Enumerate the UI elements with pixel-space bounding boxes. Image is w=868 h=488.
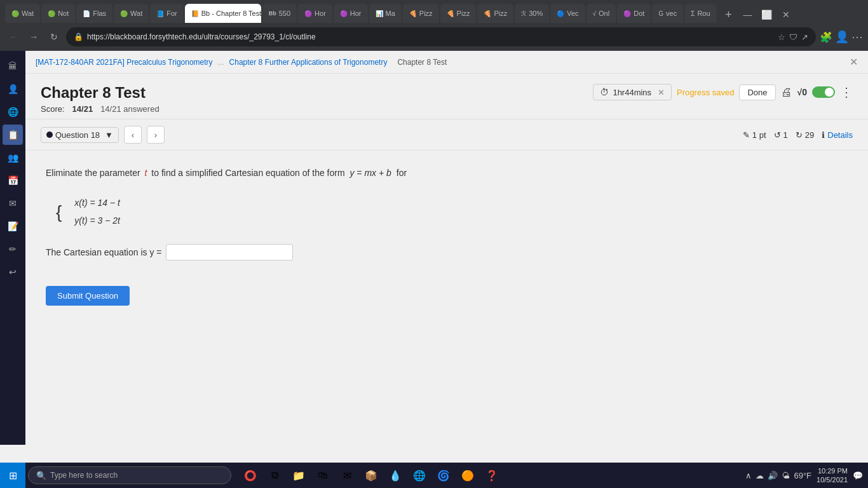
param-system-wrapper: { x(t) = 14 − t y(t) = 3 − 2t xyxy=(56,190,848,233)
sidebar-icon-back[interactable]: ↩ xyxy=(3,262,23,282)
submit-question-button[interactable]: Submit Question xyxy=(46,286,130,306)
sidebar-icon-notes[interactable]: 📝 xyxy=(3,216,23,236)
breadcrumb: [MAT-172-840AR 2021FA] Precalculus Trigo… xyxy=(25,51,868,74)
taskbar-explorer[interactable]: 📁 xyxy=(287,464,310,487)
close-window-button[interactable]: ✕ xyxy=(778,6,794,23)
attempts-left-value: 29 xyxy=(805,130,814,140)
shield-icon[interactable]: 🛡 xyxy=(789,32,797,42)
show-hidden-icon[interactable]: ∧ xyxy=(745,471,752,480)
star-icon[interactable]: ☆ xyxy=(778,32,785,42)
taskbar-office[interactable]: 🟠 xyxy=(456,464,479,487)
tab-30[interactable]: ℛ 30% xyxy=(515,4,549,23)
tab-dot[interactable]: 🟣 Dot xyxy=(617,4,651,23)
speaker-icon[interactable]: 🔊 xyxy=(768,471,778,480)
question-selector[interactable]: Question 18 ▼ xyxy=(41,127,119,143)
taskbar-search-text: Type here to search xyxy=(50,471,118,480)
tab-gvec[interactable]: G vec xyxy=(652,4,683,23)
taskbar-mail[interactable]: ✉ xyxy=(336,464,358,487)
network-icon[interactable]: ☁ xyxy=(756,471,764,480)
tab-bb-active[interactable]: 📙 Bb - Chapter 8 Test ✕ xyxy=(185,4,261,23)
question-dot xyxy=(46,132,53,138)
tab-hor1[interactable]: 🟣 Hor xyxy=(298,4,332,23)
done-button[interactable]: Done xyxy=(739,85,775,100)
equation-form: y = mx + b xyxy=(349,168,393,178)
tab-wat1[interactable]: 🟢 Wat xyxy=(5,4,40,23)
question-prompt: Eliminate the parameter t to find a simp… xyxy=(46,166,848,180)
clock-time: 10:29 PM xyxy=(817,466,848,475)
start-button[interactable]: ⊞ xyxy=(0,463,25,488)
new-tab-button[interactable]: + xyxy=(721,6,737,23)
taskbar-help[interactable]: ❓ xyxy=(480,464,503,487)
breadcrumb-close-icon[interactable]: ✕ xyxy=(850,56,858,68)
quiz-controls: ⏱ 1hr44mins ✕ Progress saved Done 🖨 √0 ⋮ xyxy=(593,84,853,100)
minimize-button[interactable]: — xyxy=(740,6,756,23)
tab-550[interactable]: Bb 550 xyxy=(262,4,297,23)
more-options-icon[interactable]: ⋯ xyxy=(851,30,863,44)
sidebar-icon-calendar[interactable]: 📅 xyxy=(3,170,23,191)
taskbar-apps: ⭕ ⧉ 📁 🛍 ✉ 📦 💧 🌐 🌀 🟠 ❓ xyxy=(239,464,503,487)
tab-wat2[interactable]: 🟢 Wat xyxy=(114,4,149,23)
extensions-icon[interactable]: 🧩 xyxy=(820,31,832,43)
tab-pizz2[interactable]: 🍕 Pizz xyxy=(440,4,477,23)
cartesian-answer-input[interactable] xyxy=(166,244,293,261)
tab-ma[interactable]: 📊 Ma xyxy=(369,4,402,23)
sidebar: 🏛 👤 🌐 📋 👥 📅 ✉ 📝 ✏ ↩ xyxy=(0,51,25,445)
timer-box: ⏱ 1hr44mins ✕ xyxy=(593,84,672,100)
taskbar-dropbox[interactable]: 💧 xyxy=(384,464,407,487)
print-icon[interactable]: 🖨 xyxy=(781,86,792,99)
notifications-icon[interactable]: 💬 xyxy=(853,471,863,480)
maximize-button[interactable]: ⬜ xyxy=(759,6,775,23)
timer-close-icon[interactable]: ✕ xyxy=(658,88,665,97)
taskbar-amazon[interactable]: 📦 xyxy=(360,464,383,487)
taskbar-edge[interactable]: 🌀 xyxy=(432,464,455,487)
more-icon[interactable]: ⋮ xyxy=(840,85,853,100)
tab-onl[interactable]: √ Onl xyxy=(587,4,616,23)
taskbar-search[interactable]: 🔍 Type here to search xyxy=(28,466,231,484)
taskbar-task-view[interactable]: ⧉ xyxy=(263,464,286,487)
prev-question-button[interactable]: ‹ xyxy=(124,126,142,144)
tab-flas[interactable]: 📄 Flas xyxy=(76,4,112,23)
next-question-button[interactable]: › xyxy=(147,126,165,144)
tab-for[interactable]: 📘 For xyxy=(150,4,184,23)
taskbar-right: ∧ ☁ 🔊 🌤 69°F 10:29 PM 10/5/2021 💬 xyxy=(745,466,868,485)
tab-not[interactable]: 🟢 Not xyxy=(41,4,75,23)
sidebar-icon-edit[interactable]: ✏ xyxy=(3,239,23,259)
taskbar-extra[interactable]: 🌐 xyxy=(408,464,431,487)
taskbar-cortana[interactable]: ⭕ xyxy=(239,464,262,487)
answered-text: 14/21 answered xyxy=(100,104,159,114)
sidebar-icon-files[interactable]: 📋 xyxy=(3,125,23,145)
brace-symbol: { xyxy=(56,203,62,221)
tab-vec1[interactable]: 🔵 Vec xyxy=(550,4,585,23)
weather-icon[interactable]: 🌤 xyxy=(782,471,790,480)
forward-button[interactable]: → xyxy=(25,29,42,45)
refresh-button[interactable]: ↻ xyxy=(46,29,62,45)
question-selector-label: Question 18 xyxy=(55,130,100,140)
taskbar-store[interactable]: 🛍 xyxy=(311,464,334,487)
address-bar-row: ← → ↻ 🔒 https://blackboard.forsythtech.e… xyxy=(0,23,868,51)
sidebar-icon-globe[interactable]: 🌐 xyxy=(3,102,23,122)
breadcrumb-course[interactable]: [MAT-172-840AR 2021FA] Precalculus Trigo… xyxy=(36,58,213,67)
details-link[interactable]: Details xyxy=(827,130,853,140)
profile-icon[interactable]: 👤 xyxy=(835,30,849,44)
sidebar-icon-home[interactable]: 🏛 xyxy=(3,56,23,76)
taskbar-clock[interactable]: 10:29 PM 10/5/2021 xyxy=(817,466,848,485)
clock-icon: ↺ xyxy=(774,130,781,140)
breadcrumb-chapter[interactable]: Chapter 8 Further Applications of Trigon… xyxy=(229,58,388,67)
tab-hor2[interactable]: 🟣 Hor xyxy=(334,4,368,23)
sidebar-icon-profile[interactable]: 👤 xyxy=(3,79,23,99)
sidebar-icon-messages[interactable]: ✉ xyxy=(3,193,23,214)
toolbar-icons: 🧩 👤 ⋯ xyxy=(820,30,863,44)
address-text: https://blackboard.forsythtech.edu/ultra… xyxy=(87,32,774,41)
back-button[interactable]: ← xyxy=(5,29,22,45)
math-toggle[interactable] xyxy=(812,86,835,98)
tab-rou[interactable]: Σ Rou xyxy=(684,4,716,23)
question-nav-right: ✎ 1 pt ↺ 1 ↻ 29 ℹ Details xyxy=(743,130,853,140)
tab-pizz1[interactable]: 🍕 Pizz xyxy=(403,4,439,23)
quiz-title: Chapter 8 Test xyxy=(41,84,159,102)
sidebar-icon-people[interactable]: 👥 xyxy=(3,147,23,168)
tab-pizz3[interactable]: 🍕 Pizz xyxy=(477,4,513,23)
address-box[interactable]: 🔒 https://blackboard.forsythtech.edu/ult… xyxy=(66,27,816,46)
score-value: 14/21 xyxy=(72,104,93,114)
page-layout: 🏛 👤 🌐 📋 👥 📅 ✉ 📝 ✏ ↩ [MAT-172-840AR 2021F… xyxy=(0,51,868,445)
share-icon[interactable]: ↗ xyxy=(801,32,808,42)
